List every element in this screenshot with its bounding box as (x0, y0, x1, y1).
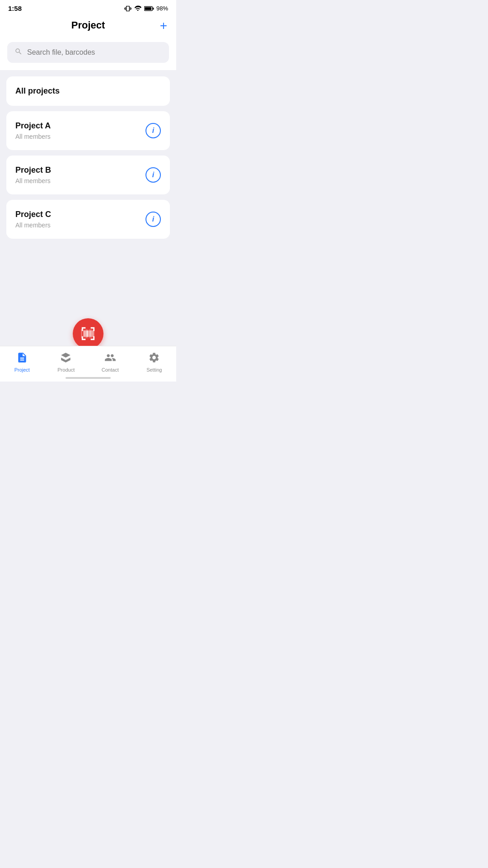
project-c-info-button[interactable]: i (145, 212, 161, 227)
project-c-title: Project C (15, 210, 51, 219)
tab-product[interactable]: Product (44, 351, 89, 373)
tab-product-label: Product (57, 367, 75, 373)
svg-rect-4 (85, 330, 86, 337)
add-project-button[interactable]: + (160, 19, 167, 34)
setting-tab-icon (148, 352, 160, 365)
project-b-info: Project B All members (15, 165, 51, 184)
battery-icon (144, 5, 154, 12)
product-tab-icon (60, 352, 72, 365)
project-c-info: Project C All members (15, 210, 51, 229)
project-a-subtitle: All members (15, 133, 51, 140)
svg-rect-1 (145, 7, 151, 9)
all-projects-title: All projects (15, 86, 60, 96)
svg-rect-7 (90, 330, 91, 337)
search-container (0, 38, 176, 70)
project-c-subtitle: All members (15, 222, 51, 229)
search-icon (14, 47, 23, 57)
battery-percent: 98% (156, 5, 168, 12)
tab-contact[interactable]: Contact (88, 351, 132, 373)
project-a-info-button[interactable]: i (145, 123, 161, 138)
project-a-card[interactable]: Project A All members i (6, 111, 170, 150)
tab-contact-label: Contact (102, 367, 119, 373)
svg-rect-3 (84, 330, 84, 337)
barcode-scanner-icon (80, 326, 96, 341)
status-icons: 98% (124, 5, 168, 12)
svg-rect-6 (89, 330, 89, 337)
project-tab-icon (16, 352, 28, 365)
wifi-icon (134, 5, 142, 12)
home-indicator (66, 377, 111, 379)
search-input[interactable] (27, 48, 162, 57)
status-bar: 1:58 98% (0, 0, 176, 15)
page-title: Project (71, 19, 105, 31)
svg-rect-2 (153, 7, 154, 9)
project-c-card[interactable]: Project C All members i (6, 200, 170, 239)
all-projects-info: All projects (15, 86, 60, 96)
project-b-info-button[interactable]: i (145, 167, 161, 183)
project-b-subtitle: All members (15, 177, 51, 184)
vibrate-icon (124, 5, 131, 12)
tab-setting[interactable]: Setting (132, 351, 177, 373)
svg-rect-5 (86, 330, 88, 337)
project-a-title: Project A (15, 121, 51, 131)
project-b-title: Project B (15, 165, 51, 175)
svg-rect-8 (91, 330, 92, 337)
tab-bar: Project Product Contact Setting (0, 346, 176, 382)
contact-tab-icon (104, 352, 116, 365)
project-b-card[interactable]: Project B All members i (6, 156, 170, 194)
main-content: All projects Project A All members i Pro… (0, 70, 176, 239)
search-bar (7, 42, 169, 63)
tab-project-label: Project (14, 367, 30, 373)
svg-rect-9 (93, 330, 93, 337)
project-a-info: Project A All members (15, 121, 51, 140)
scanner-fab-button[interactable] (73, 318, 103, 349)
all-projects-card[interactable]: All projects (6, 76, 170, 106)
status-time: 1:58 (8, 5, 22, 12)
header: Project + (0, 15, 176, 38)
tab-setting-label: Setting (146, 367, 162, 373)
tab-project[interactable]: Project (0, 351, 44, 373)
